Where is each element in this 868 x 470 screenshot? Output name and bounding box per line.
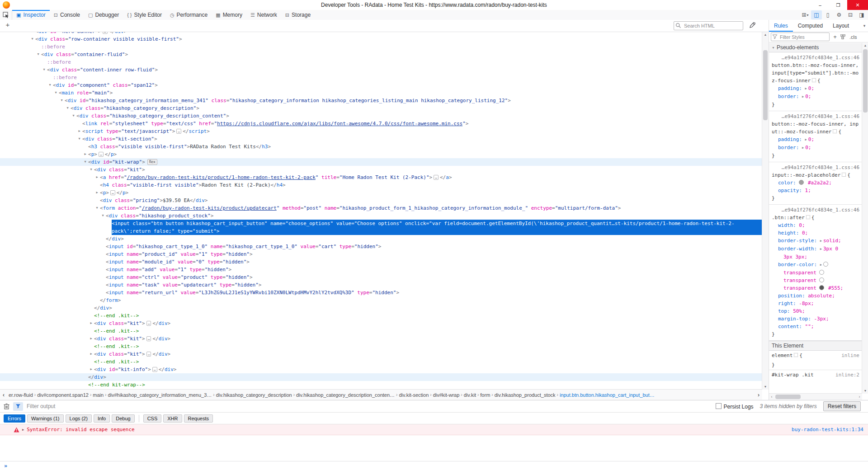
expand-arrow-icon[interactable]: ▶ bbox=[805, 87, 807, 90]
sidebar-tab-computed[interactable]: Computed bbox=[793, 20, 828, 32]
scrollbar-thumb[interactable] bbox=[863, 49, 868, 113]
expand-arrow-icon[interactable]: ▶ bbox=[22, 428, 24, 432]
rule-selector[interactable]: input::-moz-placeholder bbox=[772, 172, 840, 178]
add-rule-button[interactable]: + bbox=[831, 33, 839, 40]
collapse-arrow-icon[interactable]: ▼ bbox=[59, 97, 65, 104]
minimize-button[interactable]: – bbox=[811, 0, 829, 10]
inline-ellipsis[interactable]: … bbox=[146, 352, 151, 357]
breadcrumb-item[interactable]: input.btn.button.hikashop_cart_input_but… bbox=[558, 392, 656, 398]
collapse-arrow-icon[interactable]: ▼ bbox=[29, 35, 35, 43]
tab-memory[interactable]: ▦Memory bbox=[212, 10, 246, 20]
sidebar-scrollbar[interactable]: ▲ ▼ bbox=[862, 43, 868, 394]
filter-warnings-1--button[interactable]: Warnings (1) bbox=[27, 414, 64, 423]
css-declaration[interactable]: width: 0; bbox=[772, 221, 859, 229]
markup-row[interactable]: <h3 class="visible visible-first">RAData… bbox=[0, 143, 762, 150]
rule-selector[interactable]: .btn::after bbox=[772, 215, 805, 221]
color-swatch-icon[interactable] bbox=[819, 270, 824, 275]
breadcrumb-item[interactable]: div.hikashop_product_stock bbox=[493, 392, 557, 398]
markup-row[interactable]: ▼<main role="main"> bbox=[0, 89, 762, 97]
collapse-arrow-icon[interactable]: ▼ bbox=[65, 104, 71, 112]
collapse-arrow-icon[interactable]: ▼ bbox=[88, 166, 94, 174]
collapse-arrow-icon[interactable]: ▼ bbox=[94, 204, 100, 212]
rule-source-link[interactable]: …e94a1f276fc4834e_1.css:46 bbox=[772, 164, 859, 171]
kit-wrap-rule[interactable]: #kit-wrap .kit inline:2 bbox=[769, 370, 862, 380]
markup-row[interactable]: ▼<div class="hikashop_category_descripti… bbox=[0, 112, 762, 120]
color-swatch-icon[interactable] bbox=[823, 262, 828, 267]
markup-row[interactable]: <input name="return_url" value="L3JhZG9u… bbox=[0, 289, 762, 296]
markup-row[interactable]: <!--end kit-wrap--> bbox=[0, 381, 762, 389]
breadcrumb-back-button[interactable]: ‹ bbox=[0, 392, 7, 398]
tab-debugger[interactable]: ▢Debugger bbox=[84, 10, 123, 20]
filter-toggle-button[interactable] bbox=[13, 402, 23, 411]
rule-selector[interactable]: button::-moz-focus-inner, input::-moz-fo… bbox=[772, 121, 859, 135]
breadcrumb-item[interactable]: div.hikashop_category_description_conten… bbox=[295, 392, 396, 398]
filter-xhr-button[interactable]: XHR bbox=[163, 414, 182, 423]
collapse-arrow-icon[interactable]: ▼ bbox=[53, 89, 59, 97]
markup-row[interactable]: ::before bbox=[0, 43, 762, 51]
scroll-right-icon[interactable]: › bbox=[857, 394, 862, 400]
settings-button[interactable]: ⚙ bbox=[834, 10, 844, 19]
rule-selector[interactable]: button.btn::-moz-focus-inner, input[type… bbox=[772, 62, 862, 84]
inline-ellipsis[interactable]: … bbox=[99, 152, 104, 157]
markup-row[interactable]: <div class="pricing">$39.50 EA</div> bbox=[0, 197, 762, 204]
markup-row[interactable]: <link rel="stylesheet" type="text/css" h… bbox=[0, 120, 762, 127]
inline-ellipsis[interactable]: … bbox=[434, 175, 439, 180]
tab-performance[interactable]: ◷Performance bbox=[166, 10, 212, 20]
markup-row[interactable]: <input name="task" value="updatecart" ty… bbox=[0, 281, 762, 289]
css-declaration[interactable]: content: ""; bbox=[772, 323, 859, 330]
css-declaration[interactable]: right: -8px; bbox=[772, 300, 859, 307]
filter-css-button[interactable]: CSS bbox=[143, 414, 162, 423]
reset-filters-button[interactable]: Reset filters bbox=[823, 401, 861, 411]
markup-row[interactable]: <input class="btn button hikashop_cart_i… bbox=[0, 220, 762, 227]
pick-element-button[interactable] bbox=[0, 10, 12, 20]
pseudo-class-panel-button[interactable] bbox=[840, 34, 848, 39]
split-console-button[interactable]: ◫ bbox=[811, 10, 822, 19]
trash-icon[interactable] bbox=[4, 403, 9, 409]
markup-row[interactable]: ▶<a href="/radon/buy-radon-test-kits/pro… bbox=[0, 174, 762, 181]
element-rule[interactable]: element{ inline bbox=[769, 351, 862, 360]
markup-row[interactable]: pack\';return false;" type="submit"> bbox=[0, 227, 762, 235]
markup-row[interactable]: </div> bbox=[0, 373, 762, 381]
markup-row[interactable]: </div> bbox=[0, 304, 762, 312]
tab-inspector[interactable]: ▣Inspector bbox=[12, 10, 50, 20]
scroll-up-icon[interactable]: ▲ bbox=[762, 32, 769, 38]
markup-row[interactable]: ▼<div class="content-inner row-fluid"> bbox=[0, 66, 762, 74]
expand-arrow-icon[interactable]: ▶ bbox=[88, 366, 94, 373]
selector-highlighter-icon[interactable] bbox=[842, 173, 846, 177]
restore-button[interactable]: ❐ bbox=[829, 0, 847, 10]
console-error-row[interactable]: ▶ SyntaxError: invalid escape sequence b… bbox=[0, 424, 868, 435]
markup-row[interactable]: ▼<div class="kit"> bbox=[0, 166, 762, 174]
expand-arrow-icon[interactable]: ▶ bbox=[29, 32, 35, 35]
markup-row[interactable]: ▶<div id="kit-info">…</div> bbox=[0, 366, 762, 373]
css-declaration[interactable]: transparent #555; bbox=[772, 284, 859, 292]
markup-row[interactable]: ▶<div class="kit">…</div> bbox=[0, 335, 762, 343]
color-swatch-icon[interactable] bbox=[819, 285, 824, 290]
markup-row[interactable]: </form> bbox=[0, 296, 762, 304]
selector-highlighter-icon[interactable] bbox=[794, 353, 798, 357]
markup-row[interactable]: ▶<div class="kit">…</div> bbox=[0, 350, 762, 358]
expand-arrow-icon[interactable]: ▶ bbox=[88, 335, 94, 343]
expand-arrow-icon[interactable]: ▶ bbox=[94, 189, 100, 197]
breadcrumb-forward-button[interactable]: › bbox=[755, 392, 762, 398]
markup-row[interactable]: ▼<div class="container-fluid"> bbox=[0, 51, 762, 58]
markup-row[interactable]: ▶<div class="kit">…</div> bbox=[0, 320, 762, 327]
sidebar-tab-layout[interactable]: Layout bbox=[828, 20, 854, 32]
expand-arrow-icon[interactable]: ▶ bbox=[88, 320, 94, 327]
color-swatch-icon[interactable] bbox=[819, 277, 824, 282]
dock-side-button[interactable]: ◨ bbox=[856, 10, 867, 19]
sidebar-hscrollbar[interactable]: ‹ › bbox=[769, 393, 862, 400]
markup-row[interactable]: <h4 class="visible-first visible">Radon … bbox=[0, 181, 762, 189]
markup-row[interactable]: ::before bbox=[0, 58, 762, 66]
scroll-up-icon[interactable]: ▲ bbox=[862, 43, 868, 48]
breadcrumb-item[interactable]: div#kit-wrap bbox=[432, 392, 461, 398]
css-declaration[interactable]: border-width: ▶3px 0 bbox=[772, 245, 859, 253]
markup-row[interactable]: ▼<div id="kit-wrap">flex bbox=[0, 158, 762, 166]
inline-ellipsis[interactable]: … bbox=[110, 190, 115, 195]
frame-select-button[interactable]: ⊞▾ bbox=[800, 10, 811, 19]
console-input-row[interactable]: » bbox=[0, 461, 868, 470]
markup-row[interactable]: ▼<div class="row-container visible visib… bbox=[0, 35, 762, 43]
collapse-arrow-icon[interactable]: ▼ bbox=[41, 66, 47, 74]
expand-arrow-icon[interactable]: ▶ bbox=[802, 95, 804, 99]
markup-row[interactable]: ▼<div class="hikashop_product_stock"> bbox=[0, 212, 762, 220]
add-node-button[interactable]: + bbox=[4, 21, 12, 28]
